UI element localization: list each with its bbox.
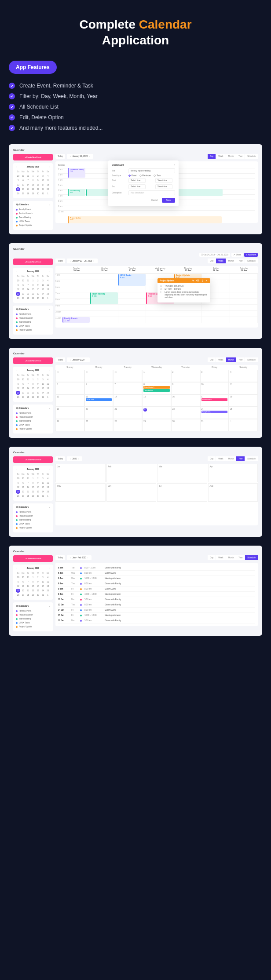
mini-date[interactable]: 1 <box>46 296 50 300</box>
chevron-down-icon[interactable]: ⌄ <box>48 407 50 409</box>
mini-date[interactable]: 30 <box>21 477 25 481</box>
mini-date[interactable]: 2 <box>36 576 40 579</box>
schedule-row[interactable]: 9 JanFri8:30 amUI/UX Event <box>58 587 255 592</box>
month-cell[interactable]: 28 <box>113 419 142 431</box>
calendar-filter-item[interactable]: Project Update <box>16 427 50 431</box>
mini-date[interactable]: 9 <box>36 283 40 287</box>
calendar-filter-item[interactable]: Team Meeting <box>16 320 50 324</box>
mini-date[interactable]: 18 <box>46 485 50 489</box>
month-cell[interactable]: 13UI/UX Tasks <box>84 394 114 407</box>
calendar-filter-item[interactable]: Team Meeting <box>16 518 50 522</box>
mini-date[interactable]: 21 <box>26 589 30 593</box>
mini-date[interactable]: 30 <box>21 174 25 178</box>
mini-date[interactable]: 18 <box>46 183 50 187</box>
view-tab-year[interactable]: Year <box>236 259 245 263</box>
view-tab-week[interactable]: Week <box>216 456 225 461</box>
mini-date[interactable]: 30 <box>36 192 40 196</box>
calendar-filter-item[interactable]: UI/UX Tasks <box>16 621 50 625</box>
mini-date[interactable]: 31 <box>26 174 30 178</box>
mini-date[interactable]: 29 <box>31 593 35 597</box>
mini-date[interactable]: 13 <box>21 386 25 390</box>
mini-date[interactable]: 14 <box>26 183 30 187</box>
schedule-row[interactable]: 13 JanThu8:30 amDinner with Family <box>58 602 255 608</box>
calendar-filter-item[interactable]: Team Meeting <box>16 617 50 621</box>
event-type-radio[interactable]: Reminder <box>139 175 151 177</box>
mini-date[interactable]: 26 <box>16 494 20 498</box>
prev-month-icon[interactable]: ‹ <box>16 567 17 569</box>
mini-date[interactable]: 27 <box>21 192 25 196</box>
mini-date[interactable]: 1 <box>31 378 35 382</box>
month-cell[interactable]: 18 <box>229 394 258 407</box>
date-range[interactable]: ‹January 19 – 25, 2020› <box>67 259 98 263</box>
week-cell[interactable] <box>146 304 174 310</box>
week-cell[interactable] <box>62 304 90 310</box>
event-title-input[interactable]: Weekly report meeting <box>128 168 175 173</box>
view-tab-month[interactable]: Month <box>226 259 236 263</box>
mini-date[interactable]: 16 <box>36 584 40 588</box>
mini-date[interactable]: 5 <box>16 481 20 485</box>
mini-date[interactable]: 22 <box>31 490 35 494</box>
view-tab-year[interactable]: Year <box>236 357 245 362</box>
view-tab-schedule[interactable]: Schedule <box>245 555 258 560</box>
mini-date[interactable]: 8 <box>31 283 35 287</box>
mini-date[interactable]: 14 <box>26 386 30 390</box>
chevron-down-icon[interactable]: ⌄ <box>48 506 50 508</box>
mini-date[interactable]: 2 <box>36 477 40 481</box>
mini-date[interactable]: 15 <box>31 386 35 390</box>
month-cell[interactable]: 24Family Events <box>200 407 229 419</box>
calendar-filter-item[interactable]: Family Events <box>16 609 50 613</box>
date-range[interactable]: ‹January 2020› <box>67 357 90 362</box>
date-picker[interactable]: ☐Oct 14, 2019 – Oct 26, 2019 <box>199 253 231 257</box>
mini-date[interactable]: 25 <box>46 292 50 296</box>
mini-date[interactable]: 18 <box>46 288 50 291</box>
calendar-filter-item[interactable]: UI/UX Tasks <box>16 324 50 328</box>
event-block[interactable]: Dinner with Family7:30 <box>68 168 85 178</box>
mini-date[interactable]: 23 <box>36 490 40 494</box>
mini-date[interactable]: 20 <box>21 589 25 593</box>
mini-date[interactable]: 1 <box>46 395 50 399</box>
mini-date[interactable]: 29 <box>16 174 20 178</box>
week-cell[interactable] <box>62 298 90 304</box>
mini-date[interactable]: 29 <box>16 279 20 283</box>
mini-date[interactable]: 9 <box>36 580 40 584</box>
mini-date[interactable]: 31 <box>26 576 30 579</box>
mini-date[interactable]: 19 <box>16 391 20 395</box>
week-cell[interactable] <box>118 298 146 304</box>
calendar-filter-item[interactable]: Family Events <box>16 510 50 514</box>
week-cell[interactable] <box>62 280 90 286</box>
month-cell[interactable]: 4 <box>229 370 258 382</box>
month-cell[interactable]: 31 <box>200 419 229 431</box>
month-cell[interactable]: 31 <box>113 370 142 382</box>
mini-date[interactable]: 28 <box>26 395 30 399</box>
calendar-filter-item[interactable]: Team Meeting <box>16 215 50 219</box>
week-cell[interactable] <box>230 280 258 286</box>
week-cell[interactable] <box>230 286 258 292</box>
mini-date[interactable]: 7 <box>26 481 30 485</box>
mini-date[interactable]: 29 <box>31 395 35 399</box>
mini-date[interactable]: 24 <box>40 589 45 593</box>
mini-date[interactable]: 1 <box>31 174 35 178</box>
mini-date[interactable]: 10 <box>40 382 45 386</box>
mini-date[interactable]: 28 <box>26 296 30 300</box>
year-month-cell[interactable]: Jul <box>157 483 207 502</box>
mini-date[interactable]: 14 <box>26 584 30 588</box>
mini-date[interactable]: 24 <box>40 292 45 296</box>
mini-date[interactable]: 27 <box>21 395 25 399</box>
mini-date[interactable]: 31 <box>40 296 45 300</box>
end-time-input[interactable]: Select time <box>155 184 172 189</box>
mini-date[interactable]: 12 <box>16 288 20 291</box>
mini-date[interactable]: 1 <box>31 576 35 579</box>
year-month-cell[interactable]: Mar <box>157 464 207 482</box>
mini-date[interactable]: 11 <box>46 283 50 287</box>
calendar-filter-item[interactable]: UI/UX Tasks <box>16 423 50 427</box>
week-cell[interactable] <box>230 292 258 298</box>
mini-date[interactable]: 29 <box>31 296 35 300</box>
schedule-row[interactable]: 8 JanThu8:30 amDinner with Family <box>58 581 255 587</box>
week-cell[interactable] <box>146 317 174 323</box>
mini-date[interactable]: 11 <box>46 382 50 386</box>
month-cell[interactable]: 20 <box>84 407 114 419</box>
mini-date[interactable]: 31 <box>40 494 45 498</box>
schedule-row[interactable]: 18 JanMon5:30 amDinner with Family <box>58 618 255 623</box>
month-cell[interactable]: 9 <box>171 382 200 394</box>
mini-date[interactable]: 7 <box>26 580 30 584</box>
